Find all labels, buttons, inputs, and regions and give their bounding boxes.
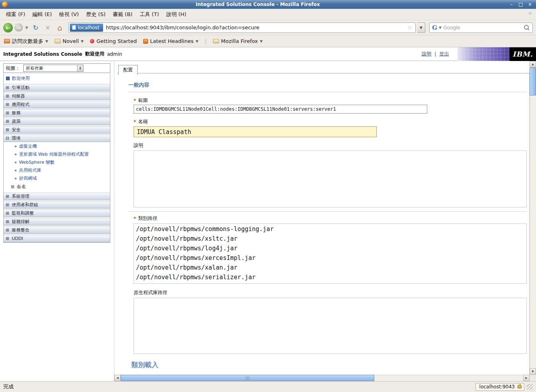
- scroll-right-button[interactable]: ▶: [523, 375, 530, 381]
- sidebar-group-services[interactable]: ⊞ 服務: [4, 109, 110, 117]
- site-identity-chip[interactable]: localhost: [70, 24, 103, 32]
- collapse-icon[interactable]: ⊟: [6, 136, 9, 140]
- sidebar-group-environment[interactable]: ⊟ 環境: [4, 134, 110, 142]
- main-panel: 配置 一般內容 * 範圍 * 名稱 說明: [114, 61, 536, 381]
- sidebar-group-monitoring-and-tuning[interactable]: ⊞ 監視和調整: [4, 209, 110, 217]
- view-combobox[interactable]: 所有作業 ▲ ▼: [23, 65, 83, 72]
- search-box[interactable]: G ▼: [429, 22, 533, 33]
- help-link[interactable]: 說明: [422, 51, 431, 57]
- horizontal-scroll-thumb[interactable]: |||: [121, 375, 374, 381]
- menu-view[interactable]: 檢視 (V): [55, 9, 82, 20]
- firefox-icon: [2, 2, 8, 8]
- bookmark-mozilla-firefox[interactable]: Mozilla Firefox ▼: [213, 38, 263, 44]
- menu-help[interactable]: 說明 (H): [162, 9, 190, 20]
- horizontal-scrollbar[interactable]: ◀ ||| ▶: [114, 375, 530, 381]
- url-bar[interactable]: localhost https://localhost:9043/ibm/con…: [68, 22, 416, 33]
- sidebar-item-update-web-server-plugin[interactable]: ▪ 更新廣域 Web 伺服器外掛程式配置: [4, 150, 110, 158]
- expand-icon[interactable]: ⊞: [6, 194, 9, 199]
- resize-grip[interactable]: [527, 384, 533, 390]
- sidebar-group-security[interactable]: ⊞ 安全: [4, 126, 110, 134]
- view-label: 視圖：: [6, 65, 20, 72]
- sidebar-item-shared-libraries[interactable]: ▪ 共用程式庫: [4, 166, 110, 174]
- bookmark-latest-headlines[interactable]: Latest Headlines ▼: [143, 38, 198, 44]
- console-welcome-text: 歡迎使用: [85, 51, 104, 57]
- menu-edit[interactable]: 編輯 (E): [29, 9, 56, 20]
- menu-tools[interactable]: 工具 (T): [136, 9, 162, 20]
- expand-icon[interactable]: ⊞: [6, 102, 9, 107]
- name-field[interactable]: [134, 126, 377, 137]
- expand-icon[interactable]: ⊞: [6, 111, 9, 115]
- window-titlebar: Integrated Solutions Console - Mozilla F…: [0, 0, 536, 9]
- stop-button[interactable]: ×: [43, 22, 53, 33]
- bookmark-star-icon[interactable]: ☆: [406, 24, 414, 31]
- classpath-label: 類別路徑: [138, 215, 157, 222]
- scroll-down-button[interactable]: ▼: [530, 368, 536, 375]
- navigation-tree: 歡迎使用 ⊞ 引導活動 ⊞ 伺服器 ⊞ 應用程式 ⊞ 服務: [3, 74, 110, 243]
- scroll-left-button[interactable]: ◀: [114, 375, 121, 381]
- bullet-icon: ▪: [14, 169, 16, 172]
- menu-history[interactable]: 歷史 (S): [82, 9, 109, 20]
- logout-link[interactable]: 登出: [439, 51, 449, 57]
- url-text[interactable]: https://localhost:9043/ibm/console/login…: [103, 24, 406, 30]
- url-history-dropdown[interactable]: ▼: [417, 22, 425, 33]
- native-library-path-label: 原生程式庫路徑: [134, 289, 167, 296]
- combobox-spinner[interactable]: ▲ ▼: [77, 65, 83, 71]
- rss-icon: [143, 39, 148, 44]
- scroll-up-button[interactable]: ▲: [530, 61, 536, 67]
- navigation-sidebar: 視圖： 所有作業 ▲ ▼ 歡迎使用 ⊞ 引導活動: [0, 61, 114, 381]
- vertical-scrollbar[interactable]: ▲ ▼: [530, 61, 536, 375]
- sidebar-group-uddi[interactable]: ⊞ UDDI: [4, 235, 110, 242]
- history-chevron-icon[interactable]: ▼: [24, 26, 29, 30]
- back-button[interactable]: ←: [3, 23, 13, 32]
- sidebar-group-system-administration[interactable]: ⊞ 系統管理: [4, 193, 110, 200]
- native-library-path-field[interactable]: [134, 298, 527, 354]
- forward-button[interactable]: →: [14, 23, 23, 32]
- expand-icon[interactable]: ⊞: [6, 203, 9, 207]
- sidebar-group-naming[interactable]: ⊞ 命名: [4, 182, 110, 192]
- vertical-scroll-thumb[interactable]: [530, 67, 536, 95]
- bookmark-novell[interactable]: Novell ▼: [55, 38, 84, 44]
- expand-icon[interactable]: ⊞: [6, 211, 9, 215]
- expand-icon[interactable]: ⊞: [11, 185, 14, 189]
- close-button[interactable]: ×: [526, 1, 534, 8]
- search-engine-dropdown[interactable]: ▼: [439, 26, 442, 30]
- expand-icon[interactable]: ⊞: [6, 236, 9, 241]
- sidebar-group-guided-activities[interactable]: ⊞ 引導活動: [4, 84, 110, 91]
- menu-file[interactable]: 檔案 (F): [2, 9, 29, 20]
- security-indicator[interactable]: localhost:9043: [475, 383, 524, 391]
- bookmark-most-visited[interactable]: 訪問次數最多 ▼: [4, 38, 48, 45]
- expand-icon[interactable]: ⊞: [6, 119, 9, 124]
- sidebar-group-service-integration[interactable]: ⊞ 服務整合: [4, 226, 110, 234]
- expand-icon[interactable]: ⊞: [6, 94, 9, 98]
- tab-configuration[interactable]: 配置: [118, 65, 138, 75]
- bullet-icon: ▪: [14, 153, 16, 156]
- menu-bookmarks[interactable]: 書籤 (B): [109, 9, 136, 20]
- bookmark-getting-started[interactable]: Getting Started: [90, 38, 137, 44]
- sidebar-group-servers[interactable]: ⊞ 伺服器: [4, 92, 110, 100]
- scope-field[interactable]: [134, 105, 427, 114]
- sidebar-group-troubleshooting[interactable]: ⊞ 疑難排解: [4, 218, 110, 225]
- sidebar-item-websphere-variables[interactable]: ▪ WebSphere 變數: [4, 158, 110, 166]
- expand-icon[interactable]: ⊞: [6, 85, 9, 90]
- home-button[interactable]: ⌂: [55, 22, 65, 33]
- sidebar-group-resources[interactable]: ⊞ 資源: [4, 118, 110, 125]
- description-label: 說明: [134, 142, 143, 149]
- search-magnifier-icon[interactable]: [524, 24, 530, 30]
- console-username: admin: [107, 51, 122, 57]
- search-input[interactable]: [443, 24, 522, 30]
- sidebar-item-welcome[interactable]: 歡迎使用: [4, 74, 110, 83]
- sidebar-item-virtual-hosts[interactable]: ▪ 虛擬主機: [4, 142, 110, 150]
- sidebar-item-replication-domains[interactable]: ▪ 抄寫網域: [4, 174, 110, 182]
- reload-button[interactable]: ↻: [30, 22, 41, 33]
- minimize-button[interactable]: –: [508, 1, 516, 8]
- classpath-field[interactable]: /opt/novell/rbpmws/commons-logging.jar /…: [134, 223, 527, 284]
- expand-icon[interactable]: ⊞: [6, 228, 9, 232]
- description-field[interactable]: [134, 150, 527, 207]
- scrollbar-corner: [530, 375, 536, 381]
- sidebar-group-users-and-groups[interactable]: ⊞ 使用者和群組: [4, 201, 110, 209]
- dropdown-icon: ▼: [81, 39, 84, 43]
- maximize-button[interactable]: □: [517, 1, 525, 8]
- expand-icon[interactable]: ⊞: [6, 219, 9, 224]
- expand-icon[interactable]: ⊞: [6, 128, 9, 132]
- sidebar-group-applications[interactable]: ⊞ 應用程式: [4, 101, 110, 108]
